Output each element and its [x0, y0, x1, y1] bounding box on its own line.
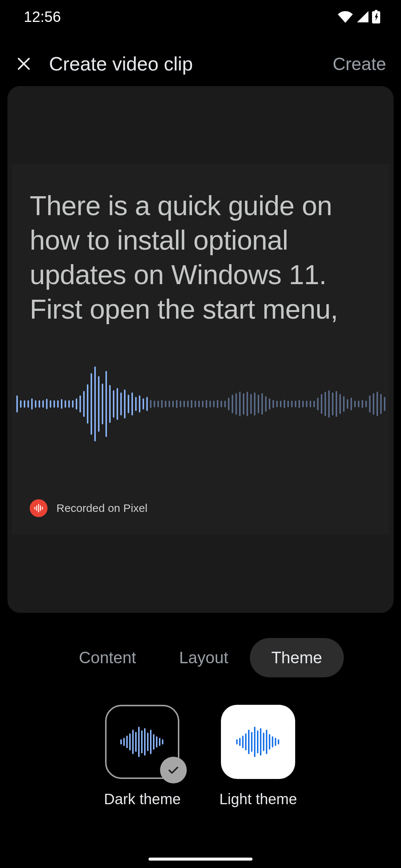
- tab-theme[interactable]: Theme: [250, 638, 344, 677]
- close-button[interactable]: [10, 50, 37, 77]
- theme-option-light[interactable]: Light theme: [219, 705, 297, 808]
- theme-label-light: Light theme: [219, 791, 297, 808]
- create-button[interactable]: Create: [333, 54, 386, 74]
- navigation-handle[interactable]: [149, 858, 252, 861]
- recorded-badge-text: Recorded on Pixel: [56, 502, 147, 514]
- page-title: Create video clip: [49, 53, 333, 75]
- waveform: [15, 366, 386, 441]
- tab-layout[interactable]: Layout: [158, 638, 250, 677]
- status-bar: 12:56: [0, 0, 401, 33]
- close-icon: [15, 55, 33, 73]
- light-theme-swatch: [221, 705, 295, 779]
- cellular-icon: [356, 10, 369, 23]
- recorded-badge: Recorded on Pixel: [30, 499, 147, 517]
- preview-inner: There is a quick guide on how to install…: [12, 164, 389, 535]
- waveform-icon: [234, 725, 282, 759]
- theme-label-dark: Dark theme: [104, 791, 181, 808]
- theme-option-dark[interactable]: Dark theme: [104, 705, 181, 808]
- app-bar: Create video clip Create: [0, 42, 401, 86]
- status-time: 12:56: [24, 9, 61, 25]
- check-icon: [166, 763, 180, 777]
- battery-charging-icon: [372, 10, 380, 24]
- theme-options: Dark theme Light theme: [0, 705, 401, 808]
- selected-checkmark: [160, 757, 187, 783]
- svg-rect-1: [375, 10, 377, 12]
- waveform-icon: [118, 725, 166, 759]
- wifi-icon: [337, 10, 353, 23]
- preview-card: There is a quick guide on how to install…: [7, 86, 394, 613]
- status-icons: [337, 10, 380, 24]
- recorder-app-icon: [30, 499, 48, 517]
- dark-theme-swatch: [105, 705, 179, 779]
- transcript-text: There is a quick guide on how to install…: [30, 188, 371, 326]
- tab-content[interactable]: Content: [57, 638, 157, 677]
- tabs: Content Layout Theme: [0, 638, 401, 677]
